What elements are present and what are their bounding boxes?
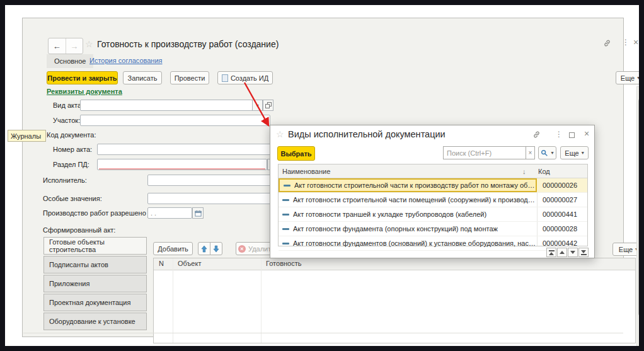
row-code: 000000026 — [537, 181, 577, 189]
favorite-star-icon[interactable]: ☆ — [85, 40, 93, 49]
popup-title: Виды исполнительной документации — [288, 129, 446, 139]
select-button[interactable]: Выбрать — [277, 146, 315, 161]
maximize-icon[interactable] — [569, 131, 575, 139]
chevron-down-icon: ▾ — [551, 151, 553, 156]
scrollbar-thumb[interactable] — [638, 98, 644, 316]
form-scrollbar[interactable]: ▴ ▾ — [636, 86, 644, 350]
chevron-down-icon: ▾ — [582, 151, 584, 156]
column-n[interactable]: N — [159, 260, 164, 267]
move-up-button[interactable] — [198, 242, 210, 255]
list-row[interactable]: Акт готовности строительной части к прои… — [279, 178, 587, 193]
act-type-field[interactable] — [80, 100, 253, 111]
catalog-item-icon — [284, 185, 290, 187]
kebab-menu-icon[interactable]: ⋮ — [622, 38, 630, 46]
list-row[interactable]: Акт готовности фундамента (опорных конст… — [279, 222, 587, 236]
add-label: Добавить — [158, 245, 188, 253]
scroll-up-icon[interactable]: ▴ — [639, 88, 641, 93]
act-number-field[interactable] — [97, 144, 288, 155]
catalog-item-icon — [282, 214, 289, 216]
date-placeholder: . . — [151, 209, 156, 217]
kebab-menu-icon[interactable]: ⋮ — [555, 130, 563, 138]
name-cell: Акт готовности фундамента (опорных конст… — [279, 222, 537, 236]
document-requisites-link[interactable]: Реквизиты документа — [47, 88, 122, 95]
site-label: Участок: — [53, 117, 80, 124]
add-row-button[interactable]: Добавить — [153, 242, 193, 255]
create-id-button[interactable]: Создать ИД — [217, 71, 273, 84]
link-icon[interactable] — [532, 130, 541, 140]
row-name: Акт готовности строительной части помеще… — [293, 196, 537, 204]
name-cell: Акт готовности строительной части к прои… — [279, 178, 537, 192]
calendar-icon — [195, 210, 202, 217]
more-button-main[interactable]: Еще ▾ — [616, 71, 644, 84]
list-row[interactable]: Акт готовности строительной части помеще… — [279, 193, 587, 207]
act-type-open-button[interactable] — [263, 100, 273, 111]
back-button[interactable]: ← — [49, 38, 66, 54]
window-title: Готовность к производству работ (создани… — [97, 39, 279, 49]
post-and-close-button[interactable]: Провести и закрыть — [47, 71, 118, 84]
column-code[interactable]: Код — [532, 168, 587, 175]
side-tab-ready-objects[interactable]: Готовые объекты строительства — [43, 237, 147, 255]
close-icon[interactable]: × — [584, 129, 589, 138]
search-clear-icon[interactable]: × — [526, 146, 535, 159]
list-header: Наименование ↓ Код — [279, 164, 587, 178]
row-code: 000000028 — [537, 225, 577, 233]
screen: ← → ☆ Готовность к производству работ (с… — [0, 0, 644, 351]
side-tab-project-docs[interactable]: Проектная документация — [43, 294, 147, 311]
special-values-label: Особые значения: — [43, 195, 102, 202]
save-button[interactable]: Записать — [123, 71, 162, 84]
more-label: Еще — [619, 246, 633, 253]
list-row[interactable]: Акт готовности фундаментов (оснований) к… — [279, 236, 587, 251]
act-number-label: Номер акта: — [53, 146, 92, 153]
forward-button[interactable]: → — [66, 38, 83, 54]
create-id-label: Создать ИД — [231, 74, 268, 82]
list-row[interactable]: Акт готовности траншей к укладке трубопр… — [279, 207, 587, 222]
side-tab-attachments[interactable]: Приложения — [43, 275, 147, 292]
side-tab-act-signers[interactable]: Подписанты актов — [43, 256, 147, 273]
site-field[interactable] — [80, 115, 270, 126]
more-label: Еще — [565, 149, 578, 157]
open-list-icon — [265, 102, 272, 108]
work-allowed-date-field[interactable]: . . — [147, 207, 192, 219]
act-type-dropdown-button[interactable]: ▾ — [252, 100, 263, 111]
side-tab-equipment[interactable]: Оборудование к установке — [43, 313, 147, 330]
row-name: Акт готовности фундаментов (оснований) к… — [293, 239, 537, 247]
catalog-item-icon — [282, 228, 289, 230]
search-input[interactable] — [443, 146, 526, 159]
column-divider — [173, 258, 173, 343]
work-allowed-calendar-button[interactable] — [192, 207, 204, 219]
goto-first-button[interactable] — [546, 248, 556, 257]
journals-panel-label[interactable]: Журналы — [8, 130, 46, 142]
move-down-button[interactable] — [210, 242, 222, 255]
objects-table-header: N Объект Готовность — [154, 258, 635, 270]
favorite-star-icon[interactable]: ☆ — [276, 130, 284, 139]
name-cell: Акт готовности фундаментов (оснований) к… — [279, 236, 537, 250]
doc-code-label: Код документа: — [47, 131, 96, 139]
pd-section-field[interactable] — [97, 159, 267, 170]
search-icon — [541, 149, 548, 157]
selection-popup: ☆ Виды исполнительной документации ⋮ × В… — [270, 125, 595, 258]
save-label: Записать — [127, 74, 157, 82]
search-options-button[interactable]: ▾ — [538, 146, 556, 159]
column-object[interactable]: Объект — [178, 260, 201, 267]
row-name: Акт готовности строительной части к прои… — [294, 181, 536, 189]
formed-act-label: Сформированный акт: — [43, 226, 115, 234]
act-type-label: Вид акта: — [53, 101, 83, 109]
column-name[interactable]: Наименование — [279, 168, 522, 175]
move-up-button[interactable] — [557, 248, 567, 257]
executor-label: Исполнитель: — [43, 176, 87, 184]
objects-table: N Объект Готовность — [153, 258, 636, 343]
move-down-button[interactable] — [568, 248, 578, 257]
close-icon[interactable]: × — [633, 38, 638, 47]
scroll-down-icon[interactable]: ▾ — [639, 343, 641, 349]
post-button[interactable]: Провести — [170, 71, 209, 84]
link-icon[interactable] — [603, 39, 611, 49]
chevron-down-icon: ▾ — [637, 76, 640, 81]
tab-main[interactable]: Основное — [47, 54, 93, 68]
row-code: 000000442 — [537, 239, 577, 247]
tab-approval-history[interactable]: История согласования — [89, 57, 163, 64]
goto-last-button[interactable] — [578, 248, 589, 257]
more-button-popup[interactable]: Еще ▾ — [560, 146, 589, 159]
column-readiness[interactable]: Готовность — [266, 260, 301, 267]
sort-desc-icon[interactable]: ↓ — [522, 168, 532, 175]
catalog-item-icon — [282, 243, 289, 245]
